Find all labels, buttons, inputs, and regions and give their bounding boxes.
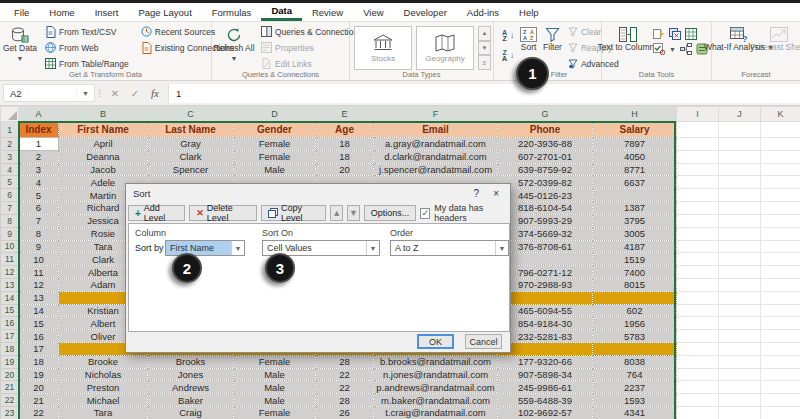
row-header[interactable]: 3: [1, 150, 19, 163]
cell[interactable]: 374-5669-32: [498, 227, 593, 240]
cell[interactable]: 1387: [593, 202, 677, 215]
row-header[interactable]: 15: [1, 304, 19, 317]
cell[interactable]: m.baker@randatmail.com: [374, 394, 498, 407]
insert-function-icon[interactable]: fx: [146, 84, 164, 102]
my-data-has-headers-checkbox[interactable]: ✓ My data has headers: [420, 203, 508, 223]
header-cell-phone[interactable]: Phone: [498, 122, 593, 138]
options-button[interactable]: Options...: [364, 205, 417, 221]
cell[interactable]: 22: [316, 368, 374, 381]
cell[interactable]: [498, 343, 593, 356]
empty-cell[interactable]: [677, 214, 719, 227]
cell[interactable]: 14: [19, 304, 59, 317]
cell[interactable]: [593, 189, 677, 202]
cell[interactable]: 7400: [593, 266, 677, 279]
cell[interactable]: Deanna: [59, 150, 148, 163]
cancel-entry-icon[interactable]: ✕: [106, 84, 124, 102]
row-header[interactable]: 18: [1, 343, 19, 356]
header-cell-salary[interactable]: Salary: [593, 122, 677, 138]
empty-cell[interactable]: [761, 330, 800, 343]
delete-level-button[interactable]: ✕Delete Level: [189, 205, 257, 221]
row-header[interactable]: 2: [1, 138, 19, 151]
cell[interactable]: 10: [19, 253, 59, 266]
cell[interactable]: 2: [19, 150, 59, 163]
column-header-a[interactable]: A: [19, 107, 59, 122]
empty-cell[interactable]: [719, 343, 761, 356]
cell[interactable]: 3795: [593, 214, 677, 227]
row-header[interactable]: 22: [1, 394, 19, 407]
empty-cell[interactable]: [761, 266, 800, 279]
row-header[interactable]: 12: [1, 266, 19, 279]
cell[interactable]: 102-9692-57: [498, 407, 593, 419]
from-web-button[interactable]: From Web: [42, 40, 132, 55]
row-header[interactable]: 5: [1, 176, 19, 189]
sort-ascending-button[interactable]: AZ↓: [499, 28, 517, 43]
cell[interactable]: b.brooks@randatmail.com: [374, 355, 498, 368]
cell[interactable]: 8771: [593, 163, 677, 176]
cell[interactable]: 6637: [593, 176, 677, 189]
cell[interactable]: 1519: [593, 253, 677, 266]
cell[interactable]: t.craig@randatmail.com: [374, 407, 498, 419]
empty-cell[interactable]: [677, 227, 719, 240]
cell[interactable]: Michael: [59, 394, 148, 407]
cell[interactable]: p.andrews@randatmail.com: [374, 381, 498, 394]
cell[interactable]: Preston: [59, 381, 148, 394]
empty-cell[interactable]: [719, 150, 761, 163]
sort-dialog-titlebar[interactable]: Sort ? ×: [126, 184, 510, 202]
dialog-help-icon[interactable]: ?: [474, 188, 480, 199]
cell[interactable]: 26: [316, 407, 374, 419]
cell[interactable]: 6: [19, 202, 59, 215]
empty-cell[interactable]: [677, 343, 719, 356]
cell[interactable]: 22: [19, 407, 59, 419]
empty-cell[interactable]: [677, 253, 719, 266]
cell[interactable]: Female: [234, 355, 316, 368]
cell[interactable]: Male: [234, 163, 316, 176]
empty-cell[interactable]: [719, 176, 761, 189]
empty-cell[interactable]: [719, 253, 761, 266]
cell[interactable]: [498, 291, 593, 304]
empty-cell[interactable]: [677, 407, 719, 419]
select-all-corner[interactable]: [1, 107, 19, 122]
copy-level-button[interactable]: Copy Level: [261, 205, 326, 221]
refresh-all-button[interactable]: Refresh All▼: [214, 24, 254, 70]
header-cell-last-name[interactable]: Last Name: [148, 122, 234, 138]
empty-cell[interactable]: [677, 122, 719, 138]
empty-cell[interactable]: [719, 122, 761, 138]
cell[interactable]: Gray: [148, 138, 234, 151]
cell[interactable]: 970-2988-93: [498, 278, 593, 291]
cell[interactable]: Baker: [148, 394, 234, 407]
row-header[interactable]: 6: [1, 189, 19, 202]
cell[interactable]: 854-9184-30: [498, 317, 593, 330]
empty-cell[interactable]: [761, 122, 800, 138]
empty-cell[interactable]: [719, 381, 761, 394]
empty-cell[interactable]: [677, 355, 719, 368]
empty-cell[interactable]: [761, 343, 800, 356]
empty-cell[interactable]: [761, 291, 800, 304]
cell[interactable]: Clark: [148, 150, 234, 163]
empty-cell[interactable]: [719, 291, 761, 304]
empty-cell[interactable]: [761, 278, 800, 291]
cell[interactable]: 22: [316, 381, 374, 394]
cell[interactable]: 818-6104-54: [498, 202, 593, 215]
cell[interactable]: Craig: [148, 407, 234, 419]
header-cell-first-name[interactable]: First Name: [59, 122, 148, 138]
empty-cell[interactable]: [677, 317, 719, 330]
cell[interactable]: 639-8759-92: [498, 163, 593, 176]
cell[interactable]: 4050: [593, 150, 677, 163]
column-header-g[interactable]: G: [498, 107, 593, 122]
cell[interactable]: 1593: [593, 394, 677, 407]
empty-cell[interactable]: [719, 214, 761, 227]
empty-cell[interactable]: [677, 381, 719, 394]
row-header[interactable]: 21: [1, 381, 19, 394]
cell[interactable]: a.gray@randatmail.com: [374, 138, 498, 151]
tab-developer[interactable]: Developer: [394, 3, 457, 21]
cell[interactable]: Nicholas: [59, 368, 148, 381]
enter-entry-icon[interactable]: ✓: [126, 84, 144, 102]
cell[interactable]: 9: [19, 240, 59, 253]
cell[interactable]: 7: [19, 214, 59, 227]
cell[interactable]: Female: [234, 150, 316, 163]
geography-tile[interactable]: Geography: [416, 26, 474, 70]
column-header-k[interactable]: K: [761, 107, 800, 122]
cell[interactable]: Jones: [148, 368, 234, 381]
empty-cell[interactable]: [761, 304, 800, 317]
column-header-j[interactable]: J: [719, 107, 761, 122]
